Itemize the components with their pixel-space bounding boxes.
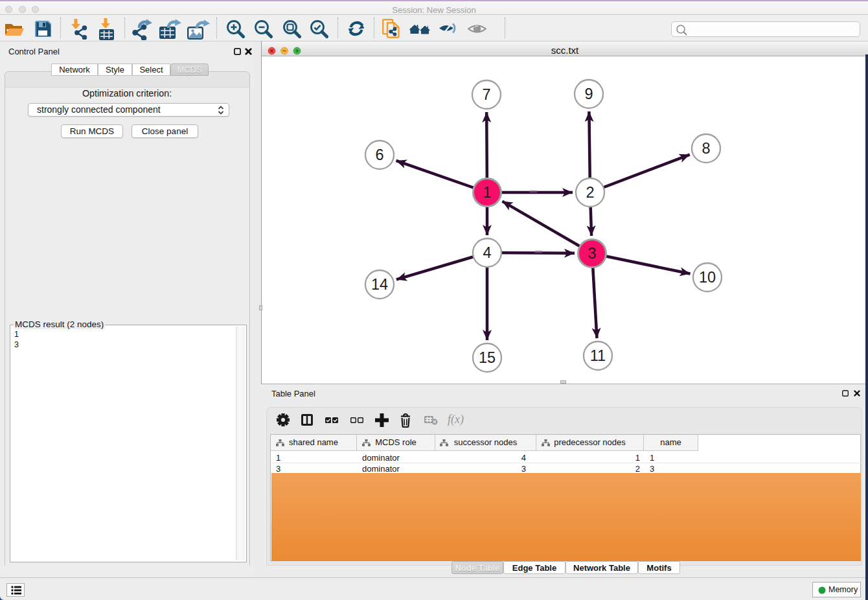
svg-text:6: 6 — [375, 146, 383, 163]
svg-text:3: 3 — [588, 245, 596, 262]
svg-text:14: 14 — [371, 276, 388, 293]
svg-text:2: 2 — [586, 184, 594, 201]
svg-text:8: 8 — [702, 140, 710, 157]
svg-text:11: 11 — [590, 347, 606, 364]
svg-text:15: 15 — [479, 349, 496, 366]
svg-text:10: 10 — [699, 269, 716, 286]
svg-text:7: 7 — [482, 86, 490, 103]
svg-text:1: 1 — [483, 184, 491, 201]
svg-text:4: 4 — [483, 244, 491, 261]
svg-text:9: 9 — [584, 86, 593, 102]
